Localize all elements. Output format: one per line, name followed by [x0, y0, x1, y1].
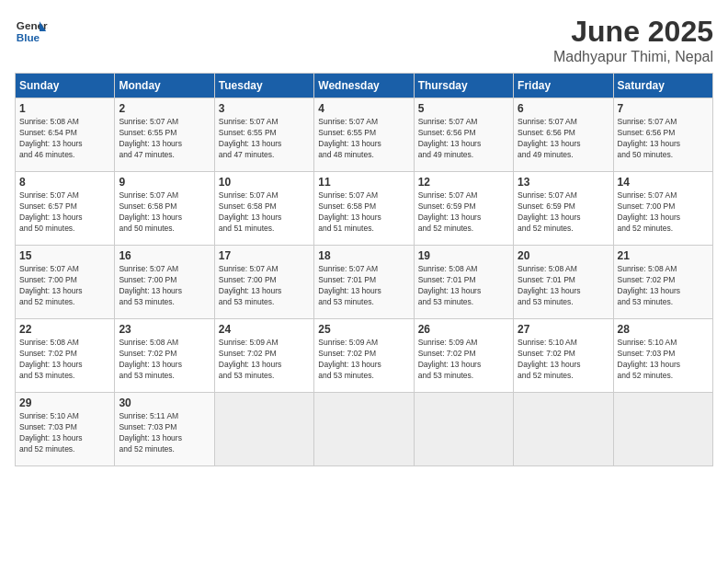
day-number: 4	[318, 102, 409, 115]
day-number: 13	[518, 176, 609, 189]
logo-icon: General Blue	[15, 15, 48, 48]
column-header-friday: Friday	[514, 74, 613, 98]
day-info: Sunrise: 5:07 AMSunset: 6:55 PMDaylight:…	[219, 117, 310, 161]
calendar-cell: 4Sunrise: 5:07 AMSunset: 6:55 PMDaylight…	[314, 98, 414, 172]
day-number: 19	[418, 249, 509, 262]
day-number: 23	[119, 323, 210, 336]
day-number: 25	[318, 323, 409, 336]
day-number: 8	[19, 176, 110, 189]
column-header-thursday: Thursday	[414, 74, 513, 98]
calendar-subtitle: Madhyapur Thimi, Nepal	[553, 49, 713, 65]
day-info: Sunrise: 5:09 AMSunset: 7:02 PMDaylight:…	[318, 338, 409, 382]
day-number: 1	[19, 102, 110, 115]
page-header: General Blue June 2025 Madhyapur Thimi, …	[15, 15, 713, 65]
calendar-cell: 16Sunrise: 5:07 AMSunset: 7:00 PMDayligh…	[115, 246, 214, 319]
calendar-cell: 9Sunrise: 5:07 AMSunset: 6:58 PMDaylight…	[115, 172, 214, 246]
svg-text:Blue: Blue	[17, 31, 40, 43]
calendar-cell	[514, 393, 613, 466]
calendar-cell: 22Sunrise: 5:08 AMSunset: 7:02 PMDayligh…	[16, 319, 115, 393]
day-info: Sunrise: 5:07 AMSunset: 7:00 PMDaylight:…	[19, 264, 110, 308]
calendar-cell	[414, 393, 513, 466]
day-number: 10	[219, 176, 310, 189]
calendar-cell: 20Sunrise: 5:08 AMSunset: 7:01 PMDayligh…	[514, 246, 613, 319]
day-info: Sunrise: 5:07 AMSunset: 7:00 PMDaylight:…	[219, 264, 310, 308]
calendar-week-5: 29Sunrise: 5:10 AMSunset: 7:03 PMDayligh…	[16, 393, 713, 466]
day-info: Sunrise: 5:07 AMSunset: 6:56 PMDaylight:…	[418, 117, 509, 161]
calendar-cell: 2Sunrise: 5:07 AMSunset: 6:55 PMDaylight…	[115, 98, 214, 172]
day-number: 26	[418, 323, 509, 336]
day-info: Sunrise: 5:08 AMSunset: 7:02 PMDaylight:…	[119, 338, 210, 382]
day-info: Sunrise: 5:07 AMSunset: 6:58 PMDaylight:…	[219, 190, 310, 235]
day-number: 5	[418, 102, 509, 115]
calendar-cell: 14Sunrise: 5:07 AMSunset: 7:00 PMDayligh…	[613, 172, 712, 246]
calendar-week-4: 22Sunrise: 5:08 AMSunset: 7:02 PMDayligh…	[16, 319, 713, 393]
calendar-cell: 21Sunrise: 5:08 AMSunset: 7:02 PMDayligh…	[613, 246, 712, 319]
day-number: 2	[119, 102, 210, 115]
calendar-week-2: 8Sunrise: 5:07 AMSunset: 6:57 PMDaylight…	[16, 172, 713, 246]
day-info: Sunrise: 5:11 AMSunset: 7:03 PMDaylight:…	[119, 411, 210, 455]
day-number: 21	[618, 249, 709, 262]
column-header-tuesday: Tuesday	[214, 74, 313, 98]
column-header-sunday: Sunday	[16, 74, 115, 98]
day-number: 14	[618, 176, 709, 189]
day-number: 17	[219, 249, 310, 262]
calendar-cell: 13Sunrise: 5:07 AMSunset: 6:59 PMDayligh…	[514, 172, 613, 246]
day-number: 20	[518, 249, 609, 262]
calendar-cell: 15Sunrise: 5:07 AMSunset: 7:00 PMDayligh…	[16, 246, 115, 319]
day-number: 24	[219, 323, 310, 336]
calendar-cell	[314, 393, 414, 466]
day-info: Sunrise: 5:10 AMSunset: 7:02 PMDaylight:…	[518, 338, 609, 382]
day-number: 11	[318, 176, 409, 189]
day-info: Sunrise: 5:08 AMSunset: 7:01 PMDaylight:…	[518, 264, 609, 308]
calendar-cell: 6Sunrise: 5:07 AMSunset: 6:56 PMDaylight…	[514, 98, 613, 172]
day-info: Sunrise: 5:07 AMSunset: 6:58 PMDaylight:…	[318, 190, 409, 235]
calendar-cell: 7Sunrise: 5:07 AMSunset: 6:56 PMDaylight…	[613, 98, 712, 172]
day-info: Sunrise: 5:07 AMSunset: 6:57 PMDaylight:…	[19, 190, 110, 235]
calendar-cell	[214, 393, 313, 466]
day-info: Sunrise: 5:07 AMSunset: 7:01 PMDaylight:…	[318, 264, 409, 308]
day-number: 22	[19, 323, 110, 336]
calendar-cell: 8Sunrise: 5:07 AMSunset: 6:57 PMDaylight…	[16, 172, 115, 246]
calendar-cell	[613, 393, 712, 466]
day-number: 16	[119, 249, 210, 262]
day-number: 3	[219, 102, 310, 115]
day-info: Sunrise: 5:07 AMSunset: 6:59 PMDaylight:…	[518, 190, 609, 235]
day-info: Sunrise: 5:07 AMSunset: 6:56 PMDaylight:…	[618, 117, 709, 161]
calendar-cell: 19Sunrise: 5:08 AMSunset: 7:01 PMDayligh…	[414, 246, 513, 319]
calendar-cell: 27Sunrise: 5:10 AMSunset: 7:02 PMDayligh…	[514, 319, 613, 393]
calendar-cell: 23Sunrise: 5:08 AMSunset: 7:02 PMDayligh…	[115, 319, 214, 393]
day-number: 7	[618, 102, 709, 115]
calendar-cell: 25Sunrise: 5:09 AMSunset: 7:02 PMDayligh…	[314, 319, 414, 393]
day-number: 27	[518, 323, 609, 336]
day-number: 15	[19, 249, 110, 262]
calendar-week-3: 15Sunrise: 5:07 AMSunset: 7:00 PMDayligh…	[16, 246, 713, 319]
title-area: June 2025 Madhyapur Thimi, Nepal	[553, 15, 713, 65]
column-header-wednesday: Wednesday	[314, 74, 414, 98]
calendar-cell: 26Sunrise: 5:09 AMSunset: 7:02 PMDayligh…	[414, 319, 513, 393]
calendar-cell: 24Sunrise: 5:09 AMSunset: 7:02 PMDayligh…	[214, 319, 313, 393]
day-number: 18	[318, 249, 409, 262]
logo: General Blue	[15, 15, 48, 48]
day-info: Sunrise: 5:08 AMSunset: 7:01 PMDaylight:…	[418, 264, 509, 308]
calendar-table: SundayMondayTuesdayWednesdayThursdayFrid…	[15, 73, 713, 466]
calendar-cell: 12Sunrise: 5:07 AMSunset: 6:59 PMDayligh…	[414, 172, 513, 246]
day-info: Sunrise: 5:07 AMSunset: 7:00 PMDaylight:…	[119, 264, 210, 308]
calendar-body: 1Sunrise: 5:08 AMSunset: 6:54 PMDaylight…	[16, 98, 713, 466]
calendar-title: June 2025	[553, 15, 713, 49]
calendar-cell: 10Sunrise: 5:07 AMSunset: 6:58 PMDayligh…	[214, 172, 313, 246]
calendar-cell: 28Sunrise: 5:10 AMSunset: 7:03 PMDayligh…	[613, 319, 712, 393]
calendar-week-1: 1Sunrise: 5:08 AMSunset: 6:54 PMDaylight…	[16, 98, 713, 172]
calendar-cell: 3Sunrise: 5:07 AMSunset: 6:55 PMDaylight…	[214, 98, 313, 172]
day-info: Sunrise: 5:08 AMSunset: 7:02 PMDaylight:…	[618, 264, 709, 308]
calendar-header-row: SundayMondayTuesdayWednesdayThursdayFrid…	[16, 74, 713, 98]
day-number: 9	[119, 176, 210, 189]
day-info: Sunrise: 5:08 AMSunset: 6:54 PMDaylight:…	[19, 117, 110, 161]
calendar-cell: 1Sunrise: 5:08 AMSunset: 6:54 PMDaylight…	[16, 98, 115, 172]
day-number: 28	[618, 323, 709, 336]
column-header-saturday: Saturday	[613, 74, 712, 98]
day-info: Sunrise: 5:08 AMSunset: 7:02 PMDaylight:…	[19, 338, 110, 382]
day-number: 12	[418, 176, 509, 189]
day-info: Sunrise: 5:07 AMSunset: 6:59 PMDaylight:…	[418, 190, 509, 235]
day-info: Sunrise: 5:09 AMSunset: 7:02 PMDaylight:…	[418, 338, 509, 382]
day-number: 29	[19, 396, 110, 409]
